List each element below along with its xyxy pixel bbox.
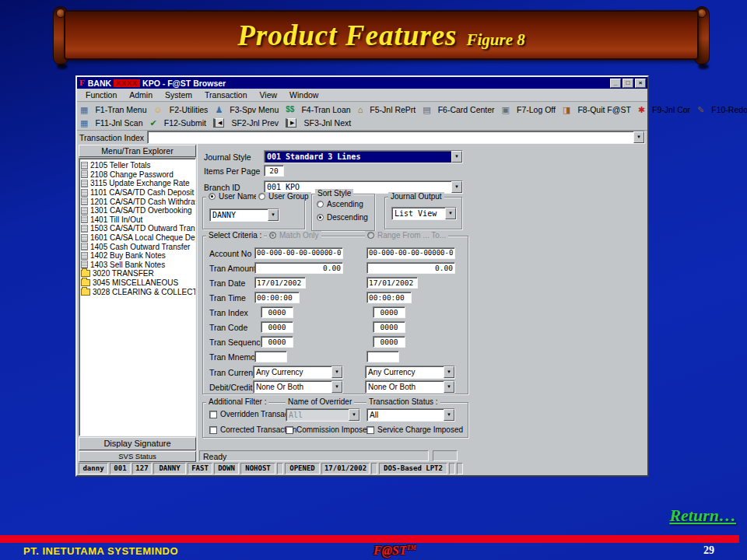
toolbar-f11-jnl-scan[interactable]: F11-Jnl Scan [95, 118, 142, 128]
toolbar-f12-submit[interactable]: F12-Submit [164, 118, 206, 128]
descending-radio[interactable]: Descending [317, 213, 368, 222]
tran-index-match-field[interactable]: 0000 [261, 306, 293, 318]
printer-icon[interactable]: ▤ [423, 105, 430, 114]
pencil-icon[interactable]: ✎ [697, 105, 704, 114]
tran-sequence-range-field[interactable]: 0000 [373, 336, 405, 348]
tran-mnemonic-range-field[interactable] [366, 351, 399, 362]
user-name-radio[interactable]: User Name [206, 192, 261, 201]
list-item[interactable]: 1601 CA/SA Local Cheque Deposit [81, 233, 195, 243]
journal-style-combobox[interactable]: 001 Standard 3 Lines ▼ [264, 150, 463, 163]
journal-output-combobox[interactable]: List View ▼ [391, 207, 457, 220]
maximize-button[interactable]: □ [622, 79, 633, 88]
tran-index-range-field[interactable]: 0000 [373, 306, 405, 318]
check-icon[interactable]: ✔ [150, 118, 157, 128]
list-item[interactable]: 3045 MISCELLANEOUS [81, 278, 195, 288]
items-per-page-field[interactable]: 20 [264, 165, 284, 177]
list-item[interactable]: 1405 Cash Outward Transfer [81, 242, 195, 251]
toolbar-f10-redo-fld[interactable]: F10-Redo Fld [711, 105, 747, 114]
list-item[interactable]: 2105 Teller Totals [81, 161, 195, 170]
chevron-down-icon[interactable]: ▼ [331, 381, 342, 393]
commission-imposed-checkbox[interactable]: Commission Imposed [286, 425, 371, 434]
range-from-to-radio[interactable]: Range From ... To... [365, 231, 448, 240]
toolbar-f9-jnl-cor[interactable]: F9-Jnl Cor [652, 105, 690, 114]
person-icon[interactable]: ♟ [215, 105, 223, 114]
chevron-down-icon[interactable]: ▼ [444, 381, 454, 393]
account-no-match-field[interactable]: 00-000-00-00-00000-0 [254, 247, 343, 259]
debit-credit-range-combobox[interactable]: None Or Both▼ [365, 380, 455, 394]
toolbar-sf3-jnl-next[interactable]: SF3-Jnl Next [303, 118, 351, 128]
tran-date-range-field[interactable]: 17/01/2002 [366, 277, 418, 289]
name-of-overrider-combobox[interactable]: All▼ [286, 408, 360, 422]
transaction-status-combobox[interactable]: All▼ [366, 408, 455, 422]
debit-credit-match-combobox[interactable]: None Or Both▼ [253, 380, 343, 394]
bomb-icon[interactable]: ✱ [638, 105, 645, 114]
door-icon[interactable]: ◨ [563, 105, 570, 114]
toolbar-f7-log-off[interactable]: F7-Log Off [517, 105, 556, 114]
form-icon[interactable]: ▦ [80, 105, 88, 114]
ascending-radio[interactable]: Ascending [317, 200, 363, 208]
step-forward-icon[interactable]: ▶ [286, 118, 296, 128]
list-item[interactable]: 1402 Buy Bank Notes [81, 251, 195, 261]
tran-amount-range-field[interactable]: 0.00 [366, 262, 455, 274]
toolbar-f1-tran-menu[interactable]: F1-Tran Menu [95, 105, 146, 114]
list-item[interactable]: 3028 CLEARING & COLLECTION [81, 287, 195, 296]
transaction-index-combobox[interactable]: ▼ [147, 131, 645, 144]
step-back-icon[interactable]: ◀ [213, 118, 224, 128]
chevron-down-icon[interactable]: ▼ [331, 366, 342, 378]
list-item[interactable]: 1101 CA/SA/TD Cash Deposit [81, 188, 195, 198]
chevron-down-icon[interactable]: ▼ [349, 409, 359, 421]
account-no-range-field[interactable]: 00-000-00-00-00000-0 [366, 247, 455, 259]
menu-window[interactable]: Window [284, 89, 324, 100]
user-group-radio[interactable]: User Group [256, 192, 311, 201]
return-link[interactable]: Return… [669, 506, 736, 526]
tran-time-range-field[interactable]: 00:00:00 [366, 292, 412, 303]
list-item[interactable]: 2108 Change Password [81, 170, 195, 180]
list-item[interactable]: 1301 CA/SA/TD Overbooking [81, 206, 195, 215]
display-signature-button[interactable]: Display Signature [79, 437, 196, 450]
toolbar-sf2-jnl-prev[interactable]: SF2-Jnl Prev [231, 118, 279, 128]
tran-sequence-match-field[interactable]: 0000 [261, 336, 293, 348]
list-item[interactable]: 1201 CA/SA/TD Cash Withdrawal [81, 197, 195, 206]
chevron-down-icon[interactable]: ▼ [444, 409, 454, 421]
menu-system[interactable]: System [160, 89, 198, 100]
lock-icon[interactable]: ▣ [502, 105, 510, 114]
service-charge-imposed-checkbox[interactable]: Service Charge Imposed [366, 425, 463, 434]
menu-function[interactable]: Function [80, 89, 122, 100]
tran-time-match-field[interactable]: 00:00:00 [254, 292, 300, 303]
toolbar-f3-spv-menu[interactable]: F3-Spv Menu [230, 105, 279, 114]
minimize-button[interactable]: _ [610, 79, 621, 88]
chevron-down-icon[interactable]: ▼ [445, 208, 456, 219]
tran-mnemonic-match-field[interactable] [254, 351, 287, 362]
toolbar-f2-utilities[interactable]: F2-Utilities [170, 105, 209, 114]
match-only-radio[interactable]: Match Only [267, 231, 321, 240]
menu-transaction[interactable]: Transaction [199, 89, 252, 100]
chevron-down-icon[interactable]: ▼ [451, 151, 462, 163]
toolbar-f4-tran-loan[interactable]: F4-Tran Loan [301, 105, 350, 114]
user-name-combobox[interactable]: DANNY ▼ [209, 208, 279, 222]
tran-currency-match-combobox[interactable]: Any Currency▼ [253, 366, 343, 379]
list-item[interactable]: 3115 Update Exchange Rate [81, 179, 195, 188]
chevron-down-icon[interactable]: ▼ [451, 181, 462, 193]
toolbar-f8-quit-fast[interactable]: F8-Quit F@ST [577, 105, 630, 114]
toolbar-f5-jnl-reprt[interactable]: F5-Jnl RePrt [370, 105, 416, 114]
chevron-down-icon[interactable]: ▼ [444, 366, 454, 378]
list-item[interactable]: 3020 TRANSFER [81, 269, 195, 278]
close-button[interactable]: × [635, 79, 646, 88]
chevron-down-icon[interactable]: ▼ [633, 131, 644, 143]
tran-currency-range-combobox[interactable]: Any Currency▼ [365, 366, 455, 379]
list-item[interactable]: 1403 Sell Bank Notes [81, 261, 195, 270]
smiley-icon[interactable]: ☺ [154, 105, 163, 114]
transaction-list[interactable]: 2105 Teller Totals 2108 Change Password … [79, 158, 196, 436]
tran-date-match-field[interactable]: 17/01/2002 [254, 277, 306, 289]
loan-icon[interactable]: ⌂ [358, 105, 363, 114]
menu-view[interactable]: View [254, 89, 283, 100]
toolbar-f6-card-center[interactable]: F6-Card Center [438, 105, 495, 114]
window-titlebar[interactable]: F BANK XXXX KPO - F@ST Browser _ □ × [77, 77, 647, 89]
tran-amount-match-field[interactable]: 0.00 [254, 262, 343, 274]
list-item[interactable]: 1401 Till In/Out [81, 215, 195, 225]
tran-code-range-field[interactable]: 0000 [373, 321, 405, 333]
chevron-down-icon[interactable]: ▼ [268, 209, 279, 221]
dollars-icon[interactable]: $$ [286, 105, 294, 114]
grid-icon[interactable]: ▦ [80, 118, 88, 128]
corrected-transaction-checkbox[interactable]: Corrected Transaction [209, 425, 296, 434]
